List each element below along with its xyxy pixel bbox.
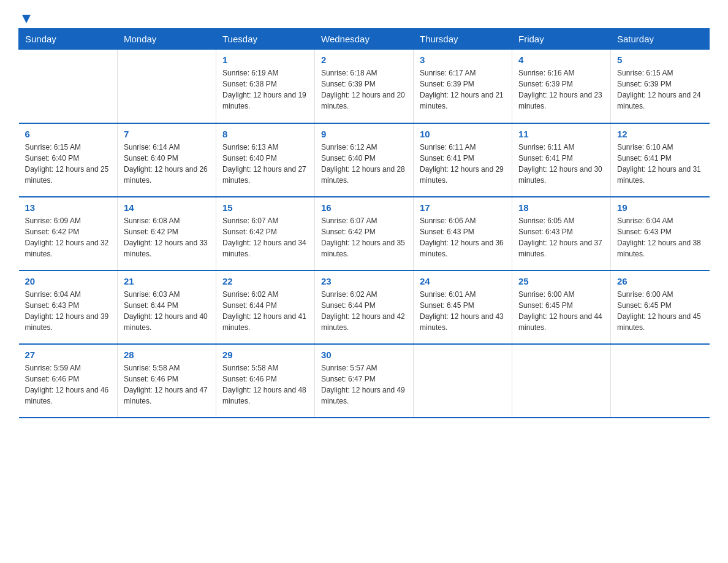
sun-info: Sunrise: 6:02 AMSunset: 6:44 PMDaylight:… bbox=[321, 289, 407, 333]
calendar-week-row: 6Sunrise: 6:15 AMSunset: 6:40 PMDaylight… bbox=[19, 123, 710, 197]
weekday-header-saturday: Saturday bbox=[611, 29, 710, 50]
calendar-cell: 21Sunrise: 6:03 AMSunset: 6:44 PMDayligh… bbox=[118, 270, 216, 344]
day-number: 4 bbox=[518, 55, 604, 65]
calendar-body: 1Sunrise: 6:19 AMSunset: 6:38 PMDaylight… bbox=[19, 50, 710, 418]
sun-info: Sunrise: 6:07 AMSunset: 6:42 PMDaylight:… bbox=[222, 215, 308, 259]
sun-info: Sunrise: 6:08 AMSunset: 6:42 PMDaylight:… bbox=[124, 215, 210, 259]
calendar-week-row: 20Sunrise: 6:04 AMSunset: 6:43 PMDayligh… bbox=[19, 270, 710, 344]
calendar-table: SundayMondayTuesdayWednesdayThursdayFrid… bbox=[18, 28, 710, 418]
day-number: 24 bbox=[420, 276, 506, 286]
sun-info: Sunrise: 5:59 AMSunset: 6:46 PMDaylight:… bbox=[25, 362, 112, 407]
sun-info: Sunrise: 6:15 AMSunset: 6:40 PMDaylight:… bbox=[25, 142, 112, 186]
calendar-cell: 7Sunrise: 6:14 AMSunset: 6:40 PMDaylight… bbox=[118, 123, 216, 197]
calendar-cell: 6Sunrise: 6:15 AMSunset: 6:40 PMDaylight… bbox=[19, 123, 118, 197]
calendar-cell: 12Sunrise: 6:10 AMSunset: 6:41 PMDayligh… bbox=[611, 123, 710, 197]
day-number: 18 bbox=[518, 202, 604, 213]
calendar-cell: 26Sunrise: 6:00 AMSunset: 6:45 PMDayligh… bbox=[611, 270, 710, 344]
day-number: 1 bbox=[222, 55, 308, 65]
calendar-cell: 17Sunrise: 6:06 AMSunset: 6:43 PMDayligh… bbox=[414, 197, 512, 270]
sun-info: Sunrise: 5:57 AMSunset: 6:47 PMDaylight:… bbox=[321, 362, 407, 407]
day-number: 11 bbox=[518, 129, 604, 139]
weekday-header-friday: Friday bbox=[512, 29, 611, 50]
sun-info: Sunrise: 6:11 AMSunset: 6:41 PMDaylight:… bbox=[518, 142, 604, 186]
day-number: 8 bbox=[222, 129, 308, 139]
logo bbox=[18, 12, 33, 22]
calendar-cell: 23Sunrise: 6:02 AMSunset: 6:44 PMDayligh… bbox=[315, 270, 414, 344]
calendar-cell: 16Sunrise: 6:07 AMSunset: 6:42 PMDayligh… bbox=[315, 197, 414, 270]
day-number: 7 bbox=[124, 129, 210, 139]
day-number: 16 bbox=[321, 202, 407, 213]
day-number: 3 bbox=[420, 55, 506, 65]
day-number: 27 bbox=[25, 350, 112, 360]
calendar-cell: 15Sunrise: 6:07 AMSunset: 6:42 PMDayligh… bbox=[216, 197, 315, 270]
calendar-cell: 11Sunrise: 6:11 AMSunset: 6:41 PMDayligh… bbox=[512, 123, 611, 197]
logo-triangle-icon bbox=[20, 12, 33, 26]
day-number: 23 bbox=[321, 276, 407, 286]
day-number: 20 bbox=[25, 276, 112, 286]
sun-info: Sunrise: 6:01 AMSunset: 6:45 PMDaylight:… bbox=[420, 289, 506, 333]
day-number: 30 bbox=[321, 350, 407, 360]
sun-info: Sunrise: 6:14 AMSunset: 6:40 PMDaylight:… bbox=[124, 142, 210, 186]
day-number: 9 bbox=[321, 129, 407, 139]
sun-info: Sunrise: 6:12 AMSunset: 6:40 PMDaylight:… bbox=[321, 142, 407, 186]
day-number: 13 bbox=[25, 202, 112, 213]
calendar-cell: 3Sunrise: 6:17 AMSunset: 6:39 PMDaylight… bbox=[414, 50, 512, 123]
day-number: 14 bbox=[124, 202, 210, 213]
calendar-cell: 22Sunrise: 6:02 AMSunset: 6:44 PMDayligh… bbox=[216, 270, 315, 344]
calendar-cell: 4Sunrise: 6:16 AMSunset: 6:39 PMDaylight… bbox=[512, 50, 611, 123]
weekday-header-row: SundayMondayTuesdayWednesdayThursdayFrid… bbox=[19, 29, 710, 50]
sun-info: Sunrise: 6:09 AMSunset: 6:42 PMDaylight:… bbox=[25, 215, 112, 259]
day-number: 15 bbox=[222, 202, 308, 213]
day-number: 29 bbox=[222, 350, 308, 360]
calendar-cell: 20Sunrise: 6:04 AMSunset: 6:43 PMDayligh… bbox=[19, 270, 118, 344]
calendar-cell: 2Sunrise: 6:18 AMSunset: 6:39 PMDaylight… bbox=[315, 50, 414, 123]
calendar-header: SundayMondayTuesdayWednesdayThursdayFrid… bbox=[19, 29, 710, 50]
sun-info: Sunrise: 6:02 AMSunset: 6:44 PMDaylight:… bbox=[222, 289, 308, 333]
sun-info: Sunrise: 6:10 AMSunset: 6:41 PMDaylight:… bbox=[617, 142, 703, 186]
calendar-cell: 29Sunrise: 5:58 AMSunset: 6:46 PMDayligh… bbox=[216, 344, 315, 418]
sun-info: Sunrise: 5:58 AMSunset: 6:46 PMDaylight:… bbox=[124, 362, 210, 407]
calendar-week-row: 27Sunrise: 5:59 AMSunset: 6:46 PMDayligh… bbox=[19, 344, 710, 418]
day-number: 25 bbox=[518, 276, 604, 286]
sun-info: Sunrise: 6:06 AMSunset: 6:43 PMDaylight:… bbox=[420, 215, 506, 259]
calendar-cell bbox=[414, 344, 512, 418]
sun-info: Sunrise: 6:16 AMSunset: 6:39 PMDaylight:… bbox=[518, 67, 604, 112]
day-number: 19 bbox=[617, 202, 703, 213]
sun-info: Sunrise: 6:04 AMSunset: 6:43 PMDaylight:… bbox=[25, 289, 112, 333]
sun-info: Sunrise: 6:03 AMSunset: 6:44 PMDaylight:… bbox=[124, 289, 210, 333]
calendar-cell: 9Sunrise: 6:12 AMSunset: 6:40 PMDaylight… bbox=[315, 123, 414, 197]
sun-info: Sunrise: 6:13 AMSunset: 6:40 PMDaylight:… bbox=[222, 142, 308, 186]
calendar-cell: 30Sunrise: 5:57 AMSunset: 6:47 PMDayligh… bbox=[315, 344, 414, 418]
calendar-cell: 13Sunrise: 6:09 AMSunset: 6:42 PMDayligh… bbox=[19, 197, 118, 270]
sun-info: Sunrise: 6:18 AMSunset: 6:39 PMDaylight:… bbox=[321, 67, 407, 112]
calendar-cell: 10Sunrise: 6:11 AMSunset: 6:41 PMDayligh… bbox=[414, 123, 512, 197]
sun-info: Sunrise: 6:17 AMSunset: 6:39 PMDaylight:… bbox=[420, 67, 506, 112]
day-number: 17 bbox=[420, 202, 506, 213]
day-number: 26 bbox=[617, 276, 703, 286]
calendar-cell bbox=[611, 344, 710, 418]
day-number: 22 bbox=[222, 276, 308, 286]
calendar-cell: 14Sunrise: 6:08 AMSunset: 6:42 PMDayligh… bbox=[118, 197, 216, 270]
sun-info: Sunrise: 6:19 AMSunset: 6:38 PMDaylight:… bbox=[222, 67, 308, 112]
sun-info: Sunrise: 6:00 AMSunset: 6:45 PMDaylight:… bbox=[617, 289, 703, 333]
calendar-cell bbox=[512, 344, 611, 418]
day-number: 2 bbox=[321, 55, 407, 65]
calendar-cell: 24Sunrise: 6:01 AMSunset: 6:45 PMDayligh… bbox=[414, 270, 512, 344]
calendar-week-row: 1Sunrise: 6:19 AMSunset: 6:38 PMDaylight… bbox=[19, 50, 710, 123]
calendar-cell bbox=[118, 50, 216, 123]
day-number: 10 bbox=[420, 129, 506, 139]
calendar-cell: 28Sunrise: 5:58 AMSunset: 6:46 PMDayligh… bbox=[118, 344, 216, 418]
weekday-header-wednesday: Wednesday bbox=[315, 29, 414, 50]
calendar-cell: 1Sunrise: 6:19 AMSunset: 6:38 PMDaylight… bbox=[216, 50, 315, 123]
weekday-header-sunday: Sunday bbox=[19, 29, 118, 50]
calendar-cell: 27Sunrise: 5:59 AMSunset: 6:46 PMDayligh… bbox=[19, 344, 118, 418]
sun-info: Sunrise: 5:58 AMSunset: 6:46 PMDaylight:… bbox=[222, 362, 308, 407]
sun-info: Sunrise: 6:04 AMSunset: 6:43 PMDaylight:… bbox=[617, 215, 703, 259]
day-number: 28 bbox=[124, 350, 210, 360]
sun-info: Sunrise: 6:11 AMSunset: 6:41 PMDaylight:… bbox=[420, 142, 506, 186]
weekday-header-monday: Monday bbox=[118, 29, 216, 50]
sun-info: Sunrise: 6:00 AMSunset: 6:45 PMDaylight:… bbox=[518, 289, 604, 333]
sun-info: Sunrise: 6:15 AMSunset: 6:39 PMDaylight:… bbox=[617, 67, 703, 112]
calendar-cell: 18Sunrise: 6:05 AMSunset: 6:43 PMDayligh… bbox=[512, 197, 611, 270]
calendar-cell bbox=[19, 50, 118, 123]
